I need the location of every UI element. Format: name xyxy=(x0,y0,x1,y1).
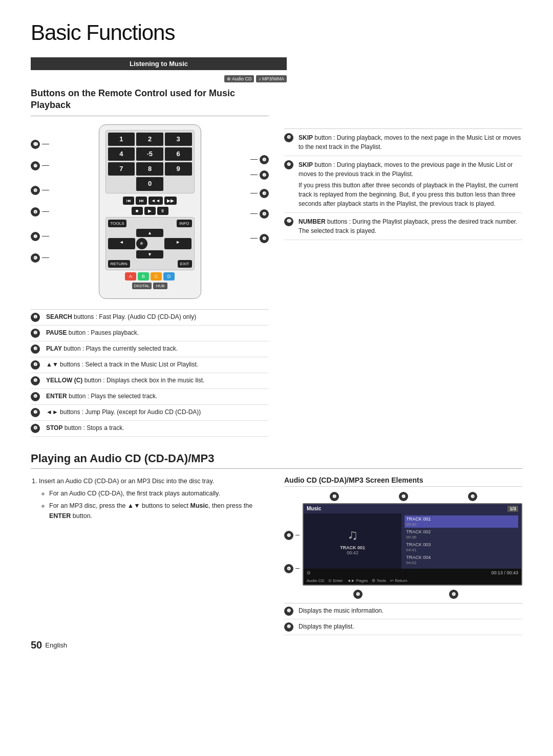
btn-up: ▲ xyxy=(136,229,163,237)
cd-progress: 00:13 / 00:43 xyxy=(491,570,518,575)
btn-desc-6: ENTER button : Plays the selected track. xyxy=(46,392,269,401)
key-5: ·5 xyxy=(136,147,163,161)
right-column: ❾ SKIP button : During playback, moves t… xyxy=(284,88,522,437)
screen-callout-4: ❹ xyxy=(449,590,458,599)
footer-return: ↩ Return xyxy=(390,578,407,583)
screen-elements-column: Audio CD (CD-DA)/MP3 Screen Elements ❶ ❷… xyxy=(284,476,522,635)
key-8: 8 xyxy=(136,162,163,176)
btn-list-item-4: ❹ ▲▼ buttons : Select a track in the Mus… xyxy=(31,357,269,373)
btn-right: ► xyxy=(164,238,192,249)
cd-screen: Music 1/3 ♫ TRACK 001 00:42 TRACK 00100:… xyxy=(303,503,522,586)
screen-desc-2: ❷ Displays the playlist. xyxy=(284,619,522,635)
cd-bottom-bar: ⊙ 00:13 / 00:43 xyxy=(304,569,521,577)
btn-num-7: ❼ xyxy=(31,408,40,417)
colored-btns-row: A B C D xyxy=(105,272,195,280)
footer-enter: ⊙ Enter xyxy=(328,578,343,583)
step-1a: For an Audio CD (CD-DA), the first track… xyxy=(49,488,269,499)
cd-track-002: TRACK 00200:36 xyxy=(405,528,518,541)
callout-5: ❺ xyxy=(260,234,269,243)
btn-desc-1: SEARCH buttons : Fast Play. (Audio CD (C… xyxy=(46,313,269,321)
callout-11: ⓫ xyxy=(31,140,40,149)
btn-list-item-2: ❷ PAUSE button : Pauses playback. xyxy=(31,326,269,341)
btn-num-5: ❺ xyxy=(31,376,40,385)
right-num-11: ⓫ xyxy=(284,217,293,226)
btn-desc-8: STOP button : Stops a track. xyxy=(46,424,269,433)
audio-cd-icon: ⊕Audio CD xyxy=(224,75,254,82)
cd-track-003: TRACK 00304:41 xyxy=(405,541,518,553)
screen-callout-7: ❼ xyxy=(284,531,293,540)
btn-num-1: ❶ xyxy=(31,313,40,322)
btn-desc-4: ▲▼ buttons : Select a track in the Music… xyxy=(46,360,269,369)
cd-right-panel: TRACK 00100:42 TRACK 00200:36 TRACK 0030… xyxy=(401,513,521,569)
right-num-10: ❿ xyxy=(284,160,293,169)
screen-callout-6: ❻ xyxy=(284,564,293,573)
left-column: Buttons on the Remote Control used for M… xyxy=(31,88,269,437)
playing-section: Playing an Audio CD (CD-DA)/MP3 Insert a… xyxy=(31,452,522,635)
remote-diagram: ⓫ ❿ ❾ ❽ ❼ xyxy=(31,124,269,299)
screen-callout-2: ❷ xyxy=(399,492,408,501)
cd-track-001: TRACK 00100:42 xyxy=(405,515,518,528)
btn-c: C xyxy=(151,272,162,280)
cd-main-track: TRACK 001 xyxy=(340,545,365,550)
right-desc-list: ❾ SKIP button : During playback, moves t… xyxy=(284,128,522,240)
cd-top-bar: Music 1/3 xyxy=(304,504,521,513)
key-0: 0 xyxy=(136,177,163,190)
btn-desc-2: PAUSE button : Pauses playback. xyxy=(46,329,269,337)
key-7: 7 xyxy=(108,162,135,176)
cd-track-004: TRACK 00404:02 xyxy=(405,554,518,566)
step-1: Insert an Audio CD (CD-DA) or an MP3 Dis… xyxy=(39,476,269,521)
callout-6: ❻ xyxy=(31,253,40,263)
cd-main-time: 00:42 xyxy=(347,550,358,555)
right-desc-11: ⓫ NUMBER buttons : During the Playlist p… xyxy=(284,213,522,240)
key-1: 1 xyxy=(108,133,135,146)
page-number: 50 xyxy=(31,639,42,651)
btn-desc-5: YELLOW (C) button : Displays check box i… xyxy=(46,376,269,385)
transport-row-1: ⏮ ⏭ ◄◄ ▶▶ xyxy=(105,197,195,205)
btn-exit: EXIT xyxy=(178,260,192,268)
btn-info: INFO xyxy=(177,220,192,227)
disc-icons: ⊕Audio CD ♪MP3/WMA xyxy=(31,75,287,82)
cd-content: ♫ TRACK 001 00:42 TRACK 00100:42 TRACK 0… xyxy=(304,513,521,569)
key-4: 4 xyxy=(108,147,135,161)
screen-callout-3: ❸ xyxy=(468,492,477,501)
page-title: Basic Functions xyxy=(31,20,522,45)
footer-pages: ◄► Pages xyxy=(347,578,368,583)
screen-desc-num-2: ❷ xyxy=(284,622,293,632)
right-desc-9: ❾ SKIP button : During playback, moves t… xyxy=(284,129,522,156)
callout-2: ❷ xyxy=(260,170,269,180)
key-6: 6 xyxy=(165,147,192,161)
steps-list: Insert an Audio CD (CD-DA) or an MP3 Dis… xyxy=(31,476,269,521)
btn-num-4: ❹ xyxy=(31,360,40,370)
btn-left: ◄ xyxy=(108,238,135,249)
btn-hub: HUB xyxy=(153,283,167,289)
right-text-11: NUMBER buttons : During the Playlist pla… xyxy=(299,217,522,235)
screen-desc-list: ❶ Displays the music information. ❷ Disp… xyxy=(284,603,522,635)
screen-desc-text-1: Displays the music information. xyxy=(299,607,522,615)
btn-pause: ⏸ xyxy=(157,207,168,215)
right-text-10: SKIP button : During playback, moves to … xyxy=(299,160,522,208)
callout-3: ❸ xyxy=(260,189,269,198)
remote-numpad: 1 2 3 4 ·5 6 7 8 9 0 xyxy=(105,130,195,193)
btn-desc-7: ◄► buttons : Jump Play. (except for Audi… xyxy=(46,408,269,417)
btn-rew: ◄◄ xyxy=(148,197,163,205)
callout-7: ❼ xyxy=(31,232,40,241)
screen-callout-1: ❶ xyxy=(330,492,339,501)
page-number-line: 50 English xyxy=(31,639,522,651)
btn-return: RETURN xyxy=(108,260,130,268)
btn-enter-center: ⊕ xyxy=(136,238,147,249)
cd-page-indicator: 1/3 xyxy=(507,506,518,512)
remote-body: 1 2 3 4 ·5 6 7 8 9 0 ⏮ ⏭ ◄◄ xyxy=(99,124,201,299)
callout-8: ❽ xyxy=(31,207,40,217)
callout-1: ❶ xyxy=(260,155,269,164)
playing-title: Playing an Audio CD (CD-DA)/MP3 xyxy=(31,452,522,469)
btn-list-item-3: ❸ PLAY button : Plays the currently sele… xyxy=(31,341,269,357)
mp3-wma-icon: ♪MP3/WMA xyxy=(256,75,287,82)
subsection-title: Buttons on the Remote Control used for M… xyxy=(31,88,269,116)
cd-disc-icon: ⊙ xyxy=(307,570,311,575)
right-num-9: ❾ xyxy=(284,133,293,142)
button-list: ❶ SEARCH buttons : Fast Play. (Audio CD … xyxy=(31,309,269,437)
key-2: 2 xyxy=(136,133,163,146)
screen-elements-title: Audio CD (CD-DA)/MP3 Screen Elements xyxy=(284,476,522,487)
footer-tools: ⚙ Tools xyxy=(372,578,386,583)
btn-list-item-8: ❽ STOP button : Stops a track. xyxy=(31,421,269,437)
